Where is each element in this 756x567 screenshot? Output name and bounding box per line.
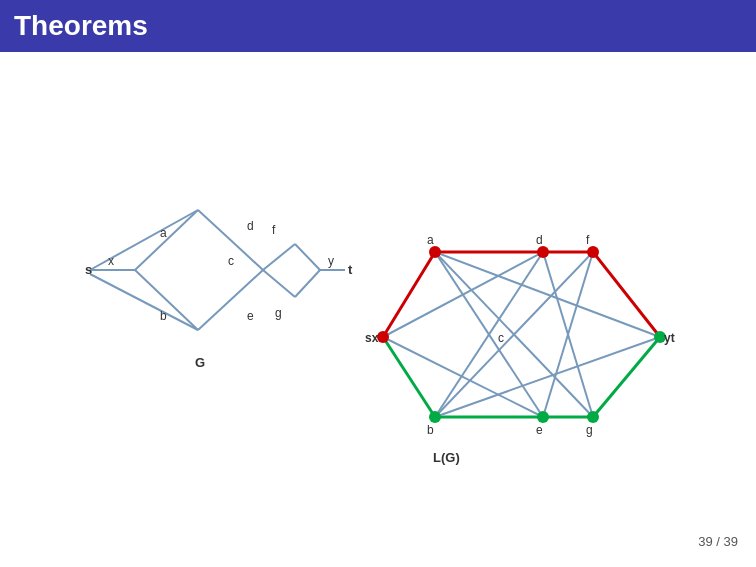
left-t-label: t [348, 262, 353, 277]
right-sx-label: sx [365, 331, 379, 345]
left-d-label: d [247, 219, 254, 233]
node-e [537, 411, 549, 423]
svg-line-6 [295, 244, 320, 270]
left-e-label: e [247, 309, 254, 323]
node-f [587, 246, 599, 258]
left-a-label: a [160, 226, 167, 240]
left-s-label: s [85, 262, 92, 277]
right-yt-label: yt [664, 331, 675, 345]
right-f-label: f [586, 233, 590, 247]
slide-title: Theorems [14, 10, 148, 41]
right-b-label: b [427, 423, 434, 437]
left-c-label: c [228, 254, 234, 268]
right-LG-label: L(G) [433, 450, 460, 465]
right-d-label: d [536, 233, 543, 247]
node-g [587, 411, 599, 423]
right-a-label: a [427, 233, 434, 247]
right-c-label: c [498, 331, 504, 345]
svg-line-4 [263, 244, 295, 270]
right-e-label: e [536, 423, 543, 437]
left-f-label: f [272, 223, 276, 237]
svg-line-26 [383, 252, 543, 337]
slide-content: s a b x c d e f g y t G [0, 52, 756, 561]
svg-line-7 [295, 270, 320, 297]
left-y-label: y [328, 254, 334, 268]
left-x-label: x [108, 254, 114, 268]
node-d [537, 246, 549, 258]
left-g-label: g [275, 306, 282, 320]
svg-line-1 [90, 274, 198, 330]
left-b-label: b [160, 309, 167, 323]
svg-line-5 [263, 270, 295, 297]
node-a [429, 246, 441, 258]
slide-header: Theorems [0, 0, 756, 52]
node-sx [377, 331, 389, 343]
left-G-label: G [195, 355, 205, 370]
right-g-label: g [586, 423, 593, 437]
svg-line-27 [383, 337, 543, 417]
diagram-svg: s a b x c d e f g y t G [0, 52, 756, 561]
node-b [429, 411, 441, 423]
page-number: 39 / 39 [698, 534, 738, 549]
